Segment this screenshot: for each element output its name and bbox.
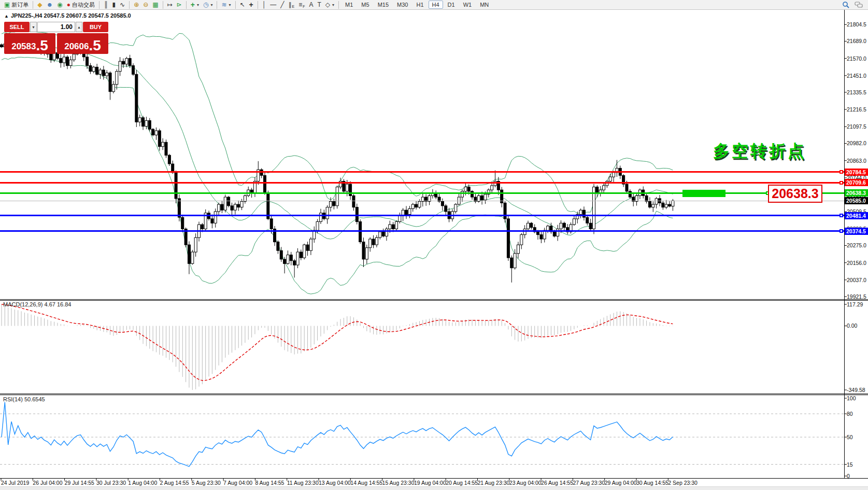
price-level-chip: 20709.6 xyxy=(845,179,868,186)
current-price-chip: 20585.0 xyxy=(845,197,868,204)
price-axis-tick-label: 21570.0 xyxy=(847,55,866,62)
rsi-axis-label: 15 xyxy=(847,461,853,468)
time-axis-label: 7 Aug 04:00 xyxy=(223,480,252,486)
horizontal-line[interactable] xyxy=(0,215,844,216)
macd-axis-label: 117.29 xyxy=(847,301,863,307)
price-level-chip: 20374.5 xyxy=(845,228,868,235)
rsi-axis-label: 50 xyxy=(847,434,853,440)
current-price-line xyxy=(0,201,844,201)
price-callout-label[interactable]: 20638.3 xyxy=(768,185,822,203)
time-axis-label: 29 Jul 14:55 xyxy=(65,480,94,486)
chart-annotation-text[interactable]: 多空转折点 xyxy=(713,140,806,163)
line-handle[interactable] xyxy=(839,181,843,185)
buy-price-box[interactable]: 20606.5 xyxy=(57,33,108,54)
price-axis-tick-label: 20275.0 xyxy=(847,242,866,248)
price-level-chip: 20638.3 xyxy=(845,189,868,197)
buy-price-fraction: .5 xyxy=(89,39,101,52)
sell-button[interactable]: SELL xyxy=(4,22,30,32)
time-axis-label: 29 Aug 04:00 xyxy=(605,480,637,486)
price-axis-tick-label: 21804.5 xyxy=(847,21,866,27)
chart-canvas xyxy=(0,0,868,490)
line-handle[interactable] xyxy=(839,170,843,174)
buy-button[interactable]: BUY xyxy=(83,22,108,32)
price-axis-tick-label: 20156.0 xyxy=(847,260,866,266)
time-axis-label: 2 Sep 23:30 xyxy=(668,480,698,486)
one-click-trading-panel: SELL ▼ ▲ BUY 20583.5 20606.5 xyxy=(4,22,108,54)
price-axis-tick-label: 21451.0 xyxy=(847,73,866,79)
time-axis-label: 26 Jul 04:00 xyxy=(33,480,62,486)
macd-signal-line xyxy=(2,304,673,381)
price-axis-tick-label: 21097.5 xyxy=(847,123,866,130)
time-axis-label: 19 Aug 04:00 xyxy=(414,480,446,486)
horizontal-line[interactable] xyxy=(0,171,844,173)
price-axis-tick-label: 21216.5 xyxy=(847,106,866,113)
macd-axis-label: 0.00 xyxy=(847,323,857,329)
sell-price-main: 20583 xyxy=(11,41,36,52)
price-axis-tick-label: 20037.0 xyxy=(847,277,866,283)
sell-price-fraction: .5 xyxy=(36,39,48,52)
buy-price-main: 20606 xyxy=(64,41,89,52)
volume-input[interactable] xyxy=(37,22,75,32)
price-axis-tick-label: 21335.5 xyxy=(847,89,866,95)
rsi-axis-label: 100 xyxy=(847,395,856,401)
price-axis-tick-label: 20863.0 xyxy=(847,158,866,164)
macd-label: MACD(12,26,9) 4.67 16.84 xyxy=(3,301,71,307)
time-axis-label: 1 Aug 04:00 xyxy=(128,480,157,486)
time-axis-label: 15 Aug 23:30 xyxy=(382,480,415,486)
bollinger-band-line xyxy=(2,57,673,294)
price-level-chip: 20784.5 xyxy=(845,169,868,176)
volume-up-button[interactable]: ▲ xyxy=(76,22,82,32)
time-axis-label: 30 Aug 14:55 xyxy=(636,480,668,486)
time-axis-label: 23 Aug 04:00 xyxy=(509,480,542,486)
pane-separator xyxy=(0,395,868,395)
time-axis-label: 24 Jul 2019 xyxy=(1,480,29,486)
symbol-info: JPN225-,H4 20547.5 20607.5 20547.5 20585… xyxy=(11,12,131,19)
time-axis-label: 5 Aug 23:30 xyxy=(192,480,221,486)
time-axis-label: 30 Jul 23:30 xyxy=(96,480,126,486)
chart-ohlc-header: ▲JPN225-,H4 20547.5 20607.5 20547.5 2058… xyxy=(4,12,131,19)
pane-separator xyxy=(0,300,868,301)
pane-separator[interactable] xyxy=(0,299,868,300)
price-level-chip: 20481.4 xyxy=(845,212,868,219)
line-handle[interactable] xyxy=(839,214,843,217)
time-axis-label: 8 Aug 14:55 xyxy=(255,480,284,486)
volume-down-button[interactable]: ▼ xyxy=(30,22,37,32)
price-axis-border xyxy=(844,10,845,478)
time-axis-label: 20 Aug 14:55 xyxy=(446,480,478,486)
sell-price-box[interactable]: 20583.5 xyxy=(4,33,55,54)
collapse-icon[interactable]: ▲ xyxy=(4,13,9,19)
rsi-axis-label: 80 xyxy=(847,411,853,417)
horizontal-scrollbar[interactable] xyxy=(0,486,868,490)
time-axis-label: 21 Aug 23:30 xyxy=(478,480,510,486)
horizontal-line[interactable] xyxy=(0,182,844,184)
pane-separator[interactable] xyxy=(0,394,868,394)
time-axis-label: 2 Aug 14:55 xyxy=(160,480,189,486)
time-axis-label: 13 Aug 04:00 xyxy=(319,480,351,486)
time-axis-label: 14 Aug 14:55 xyxy=(350,480,382,486)
rsi-line xyxy=(2,402,673,467)
price-axis-tick-label: 21689.0 xyxy=(847,38,866,44)
highlight-rectangle[interactable] xyxy=(682,190,725,197)
horizontal-line[interactable] xyxy=(0,230,844,232)
time-axis-label: 26 Aug 14:55 xyxy=(541,480,573,486)
macd-axis-label: -349.58 xyxy=(847,387,865,393)
time-axis-label: 27 Aug 23:30 xyxy=(573,480,605,486)
rsi-label: RSI(14) 50.6545 xyxy=(3,396,45,402)
line-handle[interactable] xyxy=(839,229,843,233)
time-axis-border xyxy=(0,478,868,479)
price-axis-tick-label: 20982.0 xyxy=(847,140,866,146)
time-axis-label: 11 Aug 23:30 xyxy=(287,480,319,486)
